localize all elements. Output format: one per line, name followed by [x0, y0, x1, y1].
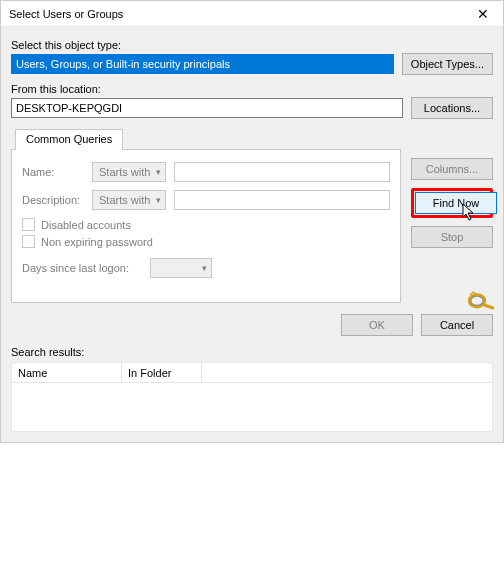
chevron-down-icon: ▾ — [156, 195, 161, 205]
svg-point-0 — [471, 296, 484, 306]
object-type-input[interactable]: Users, Groups, or Built-in security prin… — [11, 54, 394, 74]
results-header-row: Name In Folder — [12, 363, 492, 383]
chevron-down-icon: ▾ — [156, 167, 161, 177]
days-since-logon-label: Days since last logon: — [22, 262, 142, 274]
location-label: From this location: — [11, 83, 493, 95]
common-queries-panel: Name: Starts with ▾ Description: Starts … — [11, 149, 401, 303]
disabled-accounts-label: Disabled accounts — [41, 219, 131, 231]
cancel-button[interactable]: Cancel — [421, 314, 493, 336]
find-now-button[interactable]: Find Now — [415, 192, 497, 214]
object-types-button[interactable]: Object Types... — [402, 53, 493, 75]
search-results-label: Search results: — [11, 344, 493, 362]
locations-button[interactable]: Locations... — [411, 97, 493, 119]
description-mode-select: Starts with ▾ — [92, 190, 166, 210]
name-mode-value: Starts with — [99, 166, 150, 178]
description-filter-input[interactable] — [174, 190, 390, 210]
search-results-grid: Name In Folder — [11, 362, 493, 432]
columns-button: Columns... — [411, 158, 493, 180]
description-filter-label: Description: — [22, 194, 84, 206]
non-expiring-password-label: Non expiring password — [41, 236, 153, 248]
object-type-value: Users, Groups, or Built-in security prin… — [16, 58, 230, 70]
titlebar: Select Users or Groups ✕ — [1, 1, 503, 27]
results-col-folder[interactable]: In Folder — [122, 363, 202, 383]
days-since-logon-select: ▾ — [150, 258, 212, 278]
tab-common-queries[interactable]: Common Queries — [15, 129, 123, 150]
location-input[interactable]: DESKTOP-KEPQGDI — [11, 98, 403, 118]
non-expiring-password-checkbox — [22, 235, 35, 248]
magnifier-icon — [465, 286, 493, 308]
close-icon[interactable]: ✕ — [469, 1, 497, 27]
results-body[interactable] — [12, 383, 492, 431]
dialog-content: Select this object type: Users, Groups, … — [1, 27, 503, 442]
dialog-select-users-or-groups: Select Users or Groups ✕ Select this obj… — [0, 0, 504, 443]
object-type-label: Select this object type: — [11, 39, 493, 51]
stop-button: Stop — [411, 226, 493, 248]
find-now-highlight: Find Now — [411, 188, 493, 218]
results-col-name[interactable]: Name — [12, 363, 122, 383]
name-filter-input[interactable] — [174, 162, 390, 182]
chevron-down-icon: ▾ — [202, 263, 207, 273]
window-title: Select Users or Groups — [9, 8, 123, 20]
name-filter-label: Name: — [22, 166, 84, 178]
name-mode-select: Starts with ▾ — [92, 162, 166, 182]
svg-rect-2 — [483, 303, 495, 310]
description-mode-value: Starts with — [99, 194, 150, 206]
ok-button: OK — [341, 314, 413, 336]
location-value: DESKTOP-KEPQGDI — [16, 102, 122, 114]
disabled-accounts-checkbox — [22, 218, 35, 231]
